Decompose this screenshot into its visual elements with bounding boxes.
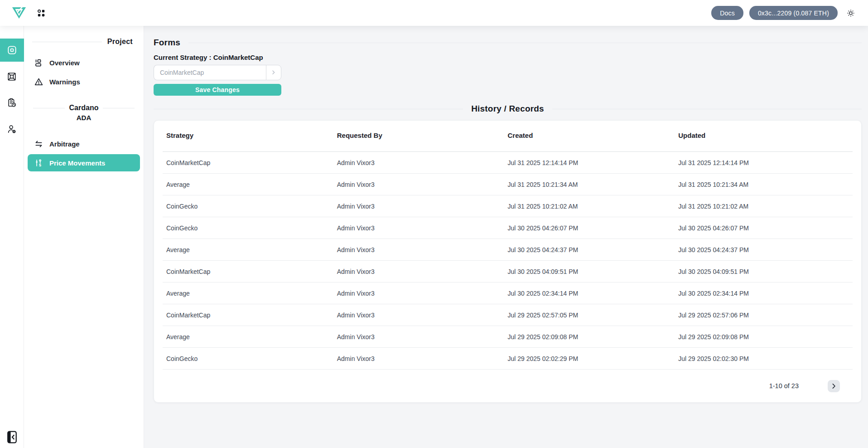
cell-updated: Jul 31 2025 10:21:02 AM [678, 203, 849, 210]
icon-rail [0, 26, 24, 448]
cell-created: Jul 31 2025 10:21:02 AM [508, 203, 679, 210]
cell-strategy: CoinMarketCap [166, 159, 337, 166]
user-gear-icon [7, 124, 17, 134]
rail-item-user-settings[interactable] [0, 117, 24, 141]
strategy-dropdown-button[interactable] [266, 65, 281, 80]
column-header-created: Created [508, 131, 679, 151]
divider [33, 108, 65, 108]
cell-requested-by: Admin Vixor3 [337, 159, 508, 166]
sidebar-section-project: Project [32, 38, 133, 46]
cell-requested-by: Admin Vixor3 [337, 203, 508, 210]
divider [552, 109, 862, 109]
asset-heading-ticker: ADA [24, 114, 144, 122]
cell-created: Jul 31 2025 10:21:34 AM [508, 181, 679, 188]
cell-updated: Jul 29 2025 02:02:30 PM [678, 355, 849, 362]
next-page-button[interactable] [828, 380, 840, 392]
cell-requested-by: Admin Vixor3 [337, 181, 508, 188]
rail-item-project-active[interactable] [0, 39, 24, 62]
sidebar-item-price-movements[interactable]: $ Price Movements [28, 154, 140, 171]
cell-updated: Jul 31 2025 10:21:34 AM [678, 181, 849, 188]
strategy-input[interactable] [154, 65, 266, 80]
table-row: CoinMarketCap Admin Vixor3 Jul 30 2025 0… [163, 261, 853, 282]
column-header-updated: Updated [678, 131, 849, 151]
sidebar: Project Overview [24, 26, 144, 448]
sidebar-item-label: Arbitrage [49, 140, 80, 148]
forms-section-title: Forms [154, 38, 862, 48]
pagination: 1-10 of 23 [163, 370, 853, 402]
sidebar-item-label: Overview [49, 59, 80, 67]
apps-grid-icon[interactable] [37, 9, 45, 17]
wallet-address-button[interactable]: 0x3c...2209 (0.087 ETH) [749, 6, 838, 20]
rail-item-frame[interactable] [0, 65, 24, 88]
column-header-requested-by: Requested By [337, 131, 508, 151]
table-row: CoinMarketCap Admin Vixor3 Jul 29 2025 0… [163, 304, 853, 326]
divider [188, 43, 862, 43]
topbar: Docs 0x3c...2209 (0.087 ETH) [0, 0, 868, 26]
history-table-body: CoinMarketCap Admin Vixor3 Jul 31 2025 1… [163, 152, 853, 370]
swap-arrows-icon [34, 139, 43, 149]
collapse-sidebar-icon [7, 431, 17, 443]
chevron-right-icon [270, 69, 277, 76]
cell-strategy: CoinMarketCap [166, 312, 337, 319]
cell-requested-by: Admin Vixor3 [337, 290, 508, 297]
vixor-v-logo-icon [12, 7, 26, 19]
sidebar-item-label: Warnings [49, 78, 80, 86]
table-row: Average Admin Vixor3 Jul 29 2025 02:09:0… [163, 326, 853, 348]
current-strategy-label: Current Strategy : CoinMarketCap [154, 54, 862, 61]
theme-toggle-sun-icon[interactable] [846, 9, 855, 18]
cell-updated: Jul 30 2025 02:34:14 PM [678, 290, 849, 297]
cell-requested-by: Admin Vixor3 [337, 268, 508, 275]
cell-strategy: CoinGecko [166, 355, 337, 362]
cell-created: Jul 31 2025 12:14:14 PM [508, 159, 679, 166]
cell-updated: Jul 29 2025 02:09:08 PM [678, 333, 849, 341]
cell-updated: Jul 31 2025 12:14:14 PM [678, 159, 849, 166]
cell-updated: Jul 30 2025 04:09:51 PM [678, 268, 849, 275]
cell-strategy: Average [166, 290, 337, 297]
strategy-input-group [154, 65, 281, 80]
frame-cube-icon [7, 72, 17, 82]
layout-overview-icon [34, 58, 43, 68]
column-header-strategy: Strategy [166, 131, 337, 151]
sidebar-item-arbitrage[interactable]: Arbitrage [28, 135, 140, 152]
asset-heading-name: Cardano [69, 104, 99, 112]
table-row: CoinGecko Admin Vixor3 Jul 29 2025 02:02… [163, 348, 853, 370]
cell-requested-by: Admin Vixor3 [337, 355, 508, 362]
warning-triangle-icon [34, 77, 43, 87]
table-row: CoinMarketCap Admin Vixor3 Jul 31 2025 1… [163, 152, 853, 174]
cell-created: Jul 30 2025 04:24:37 PM [508, 246, 679, 253]
collapse-sidebar-button[interactable] [7, 431, 17, 443]
table-row: CoinGecko Admin Vixor3 Jul 31 2025 10:21… [163, 195, 853, 217]
sidebar-section-cardano: Cardano ADA [24, 104, 144, 122]
page-title: Forms [154, 38, 180, 48]
cell-requested-by: Admin Vixor3 [337, 246, 508, 253]
app-logo[interactable] [12, 7, 26, 19]
cell-strategy: CoinMarketCap [166, 268, 337, 275]
sidebar-item-warnings[interactable]: Warnings [28, 73, 140, 90]
cell-created: Jul 30 2025 02:34:14 PM [508, 290, 679, 297]
cell-requested-by: Admin Vixor3 [337, 333, 508, 341]
save-changes-button[interactable]: Save Changes [154, 84, 281, 96]
table-row: Average Admin Vixor3 Jul 30 2025 04:24:3… [163, 239, 853, 261]
price-sliders-icon: $ [34, 158, 43, 168]
table-row: Average Admin Vixor3 Jul 30 2025 02:34:1… [163, 282, 853, 304]
cell-created: Jul 30 2025 04:09:51 PM [508, 268, 679, 275]
sidebar-item-overview[interactable]: Overview [28, 54, 140, 71]
history-section-title: History / Records [154, 104, 862, 114]
cell-created: Jul 30 2025 04:26:07 PM [508, 224, 679, 232]
cell-created: Jul 29 2025 02:09:08 PM [508, 333, 679, 341]
cell-updated: Jul 30 2025 04:24:37 PM [678, 246, 849, 253]
cell-created: Jul 29 2025 02:57:05 PM [508, 312, 679, 319]
cell-updated: Jul 30 2025 04:26:07 PM [678, 224, 849, 232]
docs-button[interactable]: Docs [711, 6, 743, 20]
clipboard-clock-icon [7, 98, 17, 108]
table-row: Average Admin Vixor3 Jul 31 2025 10:21:3… [163, 174, 853, 195]
cell-requested-by: Admin Vixor3 [337, 224, 508, 232]
rail-item-records[interactable] [0, 91, 24, 114]
pagination-label: 1-10 of 23 [769, 382, 799, 390]
divider [32, 42, 102, 42]
cell-updated: Jul 29 2025 02:57:06 PM [678, 312, 849, 319]
project-section-heading: Project [107, 38, 133, 46]
cell-strategy: CoinGecko [166, 224, 337, 232]
main-content: Forms Current Strategy : CoinMarketCap S… [144, 26, 868, 448]
square-inset-icon [7, 45, 17, 55]
